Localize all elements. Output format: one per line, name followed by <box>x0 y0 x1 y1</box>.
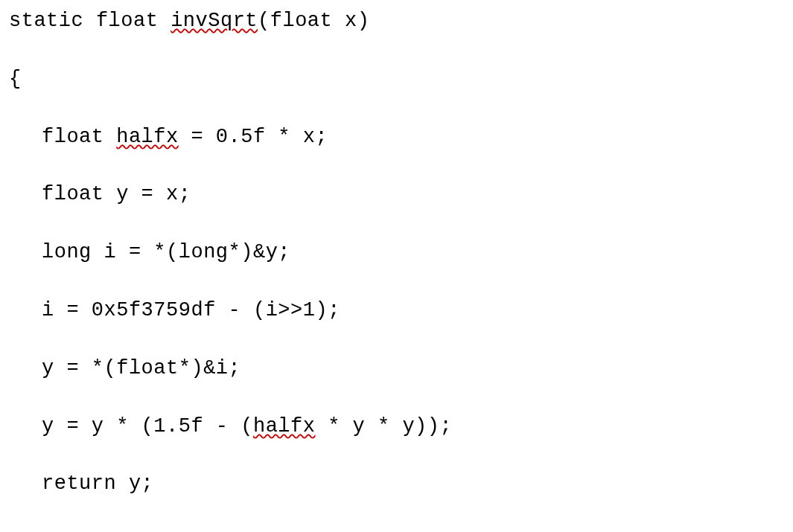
spellcheck-word: invSqrt <box>171 10 258 32</box>
code-line: long i = *(long*)&y; <box>9 239 793 267</box>
code-text: (float x) <box>258 10 369 32</box>
code-line: float y = x; <box>9 181 793 209</box>
code-text: return y; <box>42 472 153 495</box>
code-line: y = y * (1.5f - (halfx * y * y)); <box>9 413 793 441</box>
code-text: i = 0x5f3759df - (i>>1); <box>42 299 340 321</box>
code-line: } <box>9 528 793 532</box>
code-text: y = *(float*)&i; <box>42 357 241 379</box>
code-text: static float <box>9 10 171 32</box>
code-line: i = 0x5f3759df - (i>>1); <box>9 297 793 325</box>
code-line: y = *(float*)&i; <box>9 355 793 383</box>
spellcheck-word: halfx <box>116 126 179 148</box>
code-line: return y; <box>9 470 793 499</box>
code-text: = 0.5f * x; <box>179 126 328 148</box>
code-text: float <box>42 126 116 148</box>
code-text: long i = *(long*)&y; <box>42 241 290 263</box>
spellcheck-word: halfx <box>253 415 316 438</box>
code-line: static float invSqrt(float x) <box>9 7 793 36</box>
code-text: y = y * (1.5f - ( <box>42 415 253 438</box>
code-block: static float invSqrt(float x){float half… <box>9 7 793 532</box>
code-line: float halfx = 0.5f * x; <box>9 124 793 152</box>
code-line: { <box>9 65 793 94</box>
code-text: * y * y)); <box>315 415 452 438</box>
code-text: float y = x; <box>42 183 191 205</box>
code-text: { <box>9 68 22 90</box>
